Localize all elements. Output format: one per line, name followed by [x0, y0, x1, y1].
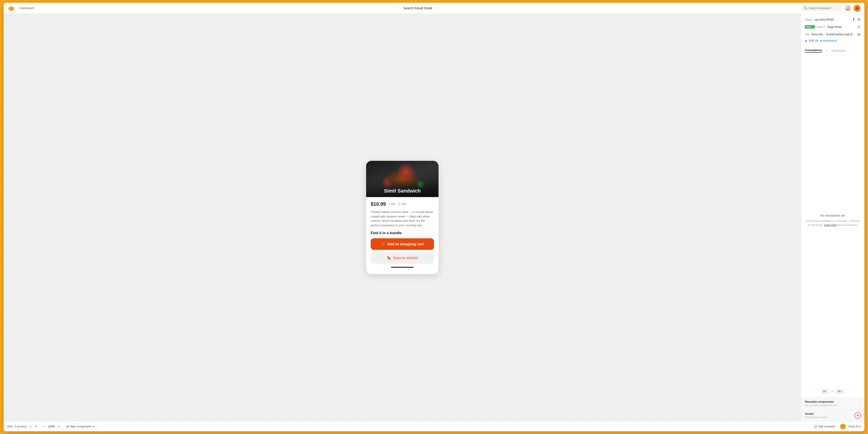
description: Freshly baked, crunchy simit — a circula… — [371, 210, 434, 227]
view-in-row: New ··· View in Stage Mode ⊡ — [805, 24, 861, 29]
zoom-out-button[interactable]: − — [41, 424, 46, 429]
header-title-area: ‹ Search Result Detail › — [37, 6, 799, 10]
bottom-time: 2w — [29, 425, 32, 428]
search-box[interactable]: 🔍 — [802, 5, 842, 11]
star-icon: ★ — [388, 203, 391, 206]
avatar: 🐒 — [840, 424, 846, 430]
components-chevron-icon: ▾ — [93, 425, 94, 428]
bundle-label: Find it in a bundle — [371, 231, 434, 235]
svg-point-3 — [11, 7, 11, 7]
view-in-label: View in — [817, 25, 825, 29]
header-right: 🔍 🔔 ✦ — [802, 5, 860, 11]
svg-point-4 — [11, 9, 12, 10]
file-name: Demo file – SnackOverflow App [0… — [811, 33, 856, 36]
bottom-user: Berk, 3 versions — [7, 425, 27, 428]
notification-button[interactable]: 🔔 — [844, 5, 851, 11]
next-nav-button[interactable]: › — [434, 6, 436, 10]
bookmark-icon: 🔖 — [387, 256, 391, 260]
status-badge: IN PROGRESS — [820, 40, 837, 42]
annotation-shortcuts: ⊞+ or ⌘↖ — [801, 385, 864, 397]
annotations-empty-state: No annotations yet Add the first annotat… — [801, 56, 864, 385]
header: ‹ Dashboard ‹ Search Result Detail › 🔍 🔔… — [4, 3, 864, 13]
home-indicator — [391, 267, 414, 268]
search-icon: 🔍 — [804, 6, 807, 10]
reusable-components-section[interactable]: Reusable components No reusable componen… — [801, 397, 864, 409]
show-all-chevron-icon: ▾ — [859, 425, 861, 428]
time-info: 🕐 31m — [397, 203, 407, 206]
tab-separator: • — [826, 49, 828, 53]
canvas-area[interactable]: Simit Sandwich $10.99 ★ 5.0 🕐 31m — [4, 13, 801, 421]
app-window: ‹ Dashboard ‹ Search Result Detail › 🔍 🔔… — [4, 3, 864, 431]
add-comment-button[interactable]: 💬 Add comment — [811, 424, 838, 429]
wishlist-btn-label: Save to wishlist — [393, 256, 418, 260]
zoom-in-button[interactable]: + — [56, 424, 62, 429]
annotations-empty-desc: Add the first annotation by Command + Cl… — [806, 219, 860, 227]
time-value: 31m — [401, 203, 407, 206]
phone-card: Simit Sandwich $10.99 ★ 5.0 🕐 31m — [366, 161, 438, 274]
stage-mode-icon-button[interactable]: ⊡ — [857, 24, 861, 29]
new-badge: New ··· — [805, 25, 815, 29]
share-info: Share: zpl.io/EmZRr9D — [805, 18, 834, 22]
hide-components-button[interactable]: ⊞ Hide Components ▾ — [64, 424, 97, 429]
shortcut-button-1[interactable]: ⊞+ — [821, 389, 829, 394]
learn-more-link[interactable]: Learn more — [824, 224, 837, 226]
cart-btn-label: Add to shopping cart — [388, 242, 424, 246]
page-title: Search Result Detail — [403, 6, 432, 10]
clock-icon: 🕐 — [397, 203, 401, 206]
food-title: Simit Sandwich — [366, 188, 438, 194]
show-all-button[interactable]: Show All ▾ — [848, 425, 861, 428]
share-link: zpl.io/EmZRr9D — [815, 18, 834, 21]
diamond-icon: ◆ — [805, 39, 807, 42]
assets-title: Assets — [805, 412, 827, 415]
back-button[interactable]: ‹ Dashboard — [18, 6, 34, 10]
back-chevron-icon: ‹ — [18, 6, 19, 10]
assets-info: Assets 10 exportable layers — [805, 412, 827, 418]
share-copy-button[interactable]: ⧉ — [857, 17, 861, 22]
right-panel: Share: zpl.io/EmZRr9D ⬆ ⧉ New ··· View i… — [801, 13, 864, 421]
add-comment-label: Add comment — [818, 425, 835, 428]
tab-annotations[interactable]: Annotations — [805, 49, 822, 53]
annotations-desc-text2: about annotations. — [837, 224, 858, 226]
components-icon: ⊞ — [66, 425, 69, 428]
notification-icon: 🔔 — [846, 6, 850, 10]
comment-icon: 💬 — [814, 425, 817, 428]
reusable-info: Reusable components No reusable componen… — [805, 400, 837, 407]
tab-comments[interactable]: Comments — [831, 49, 846, 52]
share-upload-button[interactable]: ⬆ — [852, 17, 856, 22]
hide-components-label: Hide Components — [70, 425, 92, 428]
share-icons: ⬆ ⧉ — [852, 17, 861, 22]
food-image: Simit Sandwich — [366, 161, 438, 197]
bottom-right: 💬 Add comment 🐒 Show All ▾ — [811, 424, 861, 430]
assets-subtitle: 10 exportable layers — [805, 416, 827, 418]
price-row: $10.99 ★ 5.0 🕐 31m — [371, 201, 434, 207]
main-content: Simit Sandwich $10.99 ★ 5.0 🕐 31m — [4, 13, 864, 421]
ticket-id: SOF-10 — [809, 39, 818, 42]
avatar-button[interactable]: ✦ — [854, 5, 860, 11]
avatar-icon: ✦ — [856, 6, 858, 10]
file-label: File: — [805, 33, 810, 36]
app-logo — [8, 4, 15, 12]
chevron-right-icon: › — [860, 402, 861, 405]
cart-icon: 🛒 — [381, 242, 385, 246]
file-icon-button[interactable]: ⊞ — [857, 32, 861, 37]
reusable-title: Reusable components — [805, 400, 837, 403]
shortcut-or: or — [831, 390, 834, 393]
prev-nav-button[interactable]: ‹ — [399, 6, 401, 10]
share-label: Share: — [805, 18, 813, 21]
stage-mode-button[interactable]: Stage Mode — [827, 25, 842, 29]
rating: ★ 5.0 — [388, 203, 395, 206]
annotations-empty-title: No annotations yet — [820, 214, 845, 217]
price: $10.99 — [371, 201, 386, 207]
save-to-wishlist-button[interactable]: 🔖 Save to wishlist — [371, 252, 434, 264]
ticket-row: ◆ SOF-10 IN PROGRESS — [805, 39, 861, 42]
card-body: $10.99 ★ 5.0 🕐 31m Freshly baked, crunch… — [366, 197, 438, 274]
add-to-cart-button[interactable]: 🛒 Add to shopping cart — [371, 238, 434, 250]
sos-button[interactable]: ⊗ — [855, 412, 861, 418]
zoom-level: 100% — [48, 425, 55, 428]
show-all-label: Show All — [848, 425, 859, 428]
search-input[interactable] — [809, 6, 840, 10]
shortcut-button-2[interactable]: ⌘↖ — [836, 389, 845, 394]
rating-value: 5.0 — [391, 203, 395, 206]
view-in-left: New ··· View in Stage Mode — [805, 25, 842, 29]
bottom-bar: Berk, 3 versions 2w 👁 − 100% + ⊞ Hide Co… — [4, 421, 864, 431]
